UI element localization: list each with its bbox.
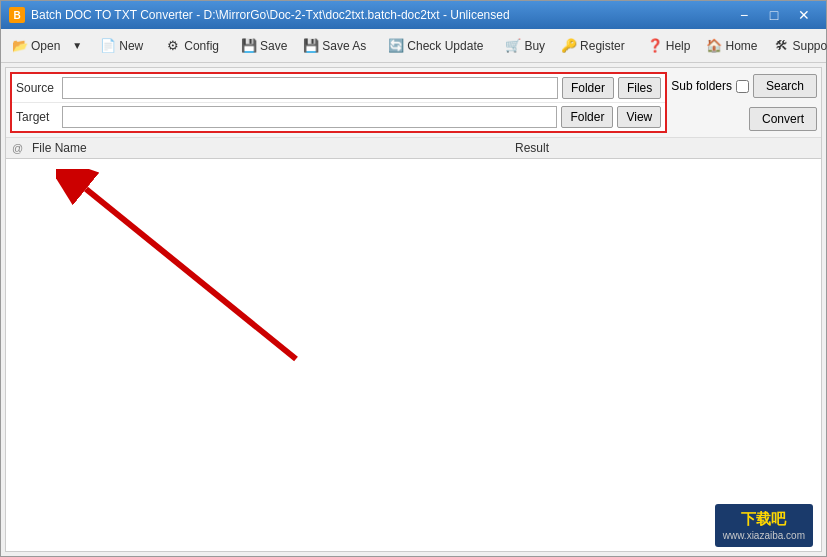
buy-button[interactable]: 🛒 Buy <box>498 34 552 58</box>
target-input[interactable] <box>62 106 557 128</box>
checkupdate-button[interactable]: 🔄 Check Update <box>381 34 490 58</box>
buy-icon: 🛒 <box>505 38 521 54</box>
new-icon: 📄 <box>100 38 116 54</box>
io-panel: Source Folder Files Target Folder View <box>10 72 667 133</box>
subfolders-checkbox[interactable] <box>736 80 749 93</box>
file-list-header: @ File Name Result <box>6 138 821 159</box>
help-button[interactable]: ❓ Help <box>640 34 698 58</box>
source-folder-button[interactable]: Folder <box>562 77 614 99</box>
open-icon: 📂 <box>12 38 28 54</box>
source-files-button[interactable]: Files <box>618 77 661 99</box>
register-button[interactable]: 🔑 Register <box>554 34 632 58</box>
subfolders-row: Sub folders Search <box>671 74 817 98</box>
window-title: Batch DOC TO TXT Converter - D:\MirrorGo… <box>31 8 510 22</box>
main-area: Source Folder Files Target Folder View S… <box>5 67 822 552</box>
col-filename-header: File Name <box>32 141 511 155</box>
title-bar-controls: − □ ✕ <box>730 5 818 25</box>
app-icon: B <box>9 7 25 23</box>
save-icon: 💾 <box>241 38 257 54</box>
checkupdate-icon: 🔄 <box>388 38 404 54</box>
target-folder-button[interactable]: Folder <box>561 106 613 128</box>
main-window: B Batch DOC TO TXT Converter - D:\Mirror… <box>0 0 827 557</box>
title-bar-left: B Batch DOC TO TXT Converter - D:\Mirror… <box>9 7 510 23</box>
right-panel: Sub folders Search Convert <box>671 72 817 133</box>
watermark: 下载吧 www.xiazaiba.com <box>715 504 813 547</box>
watermark-sub: www.xiazaiba.com <box>723 529 805 543</box>
saveas-button[interactable]: 💾 Save As <box>296 34 373 58</box>
close-button[interactable]: ✕ <box>790 5 818 25</box>
source-label: Source <box>16 81 58 95</box>
svg-line-1 <box>86 189 296 359</box>
home-button[interactable]: 🏠 Home <box>699 34 764 58</box>
title-bar: B Batch DOC TO TXT Converter - D:\Mirror… <box>1 1 826 29</box>
source-row: Source Folder Files <box>12 74 665 103</box>
saveas-icon: 💾 <box>303 38 319 54</box>
target-row: Target Folder View <box>12 103 665 131</box>
register-icon: 🔑 <box>561 38 577 54</box>
convert-button[interactable]: Convert <box>749 107 817 131</box>
target-label: Target <box>16 110 58 124</box>
home-icon: 🏠 <box>706 38 722 54</box>
support-icon: 🛠 <box>773 38 789 54</box>
target-view-button[interactable]: View <box>617 106 661 128</box>
maximize-button[interactable]: □ <box>760 5 788 25</box>
help-icon: ❓ <box>647 38 663 54</box>
config-button[interactable]: ⚙ Config <box>158 34 226 58</box>
open-dropdown[interactable]: ▼ <box>69 36 85 55</box>
search-button[interactable]: Search <box>753 74 817 98</box>
subfolders-label: Sub folders <box>671 79 732 93</box>
io-section: Source Folder Files Target Folder View S… <box>6 68 821 138</box>
col-result-header: Result <box>515 141 815 155</box>
toolbar: 📂 Open ▼ 📄 New ⚙ Config 💾 Save 💾 Save As… <box>1 29 826 63</box>
save-button[interactable]: 💾 Save <box>234 34 294 58</box>
watermark-main: 下载吧 <box>723 508 805 529</box>
source-input[interactable] <box>62 77 558 99</box>
file-list-body: 下载吧 www.xiazaiba.com <box>6 159 821 551</box>
file-list: @ File Name Result 下载吧 <box>6 138 821 551</box>
new-button[interactable]: 📄 New <box>93 34 150 58</box>
col-icon-header: @ <box>12 142 28 154</box>
config-icon: ⚙ <box>165 38 181 54</box>
minimize-button[interactable]: − <box>730 5 758 25</box>
support-button[interactable]: 🛠 Support <box>766 34 827 58</box>
arrow-graphic <box>56 169 336 389</box>
open-button[interactable]: 📂 Open <box>5 34 67 58</box>
